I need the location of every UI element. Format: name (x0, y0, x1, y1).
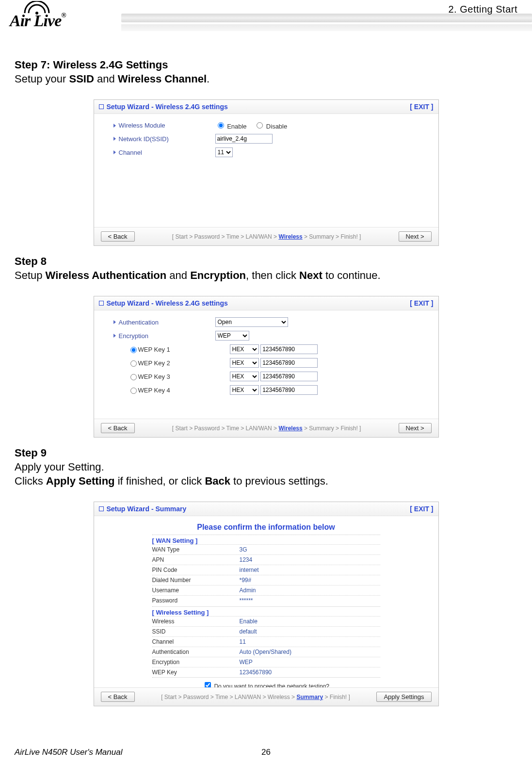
title-icon (99, 104, 104, 109)
summary-key: Username (152, 587, 240, 594)
wep-key-2-type[interactable]: HEX (230, 358, 259, 368)
back-button[interactable]: < Back (101, 692, 135, 702)
summary-val: Enable (240, 618, 258, 625)
enable-radio[interactable]: Enable (215, 123, 247, 130)
summary-key: Authentication (152, 649, 240, 655)
exit-button[interactable]: [ EXIT ] (410, 299, 433, 307)
wep-key-2-radio[interactable] (130, 360, 137, 367)
step-8-b1: Wireless Authentication (46, 269, 167, 281)
enable-radio-input[interactable] (218, 122, 224, 129)
bullet-icon (113, 320, 116, 324)
step-8-text: Setup (15, 269, 46, 281)
step-8-block: Step 8 Setup Wireless Authentication and… (15, 255, 517, 282)
disable-radio-input[interactable] (257, 122, 263, 129)
exit-button[interactable]: [ EXIT ] (410, 103, 433, 111)
step-9-line1: Apply your Setting. (15, 460, 517, 474)
wireless-section-head: [ Wireless Setting ] (152, 606, 380, 616)
bullet-icon (113, 124, 116, 128)
enable-label: Enable (227, 123, 246, 130)
summary-val: WEP (240, 659, 253, 666)
step-8-text: , then click (246, 269, 299, 281)
breadcrumb-active: Wireless (278, 233, 302, 240)
step-9-b2: Back (205, 475, 230, 487)
apply-settings-button[interactable]: Apply Settings (376, 692, 431, 702)
summary-val: 11 (240, 638, 246, 645)
step-8-screenshot: Setup Wizard - Wireless 2.4G settings [ … (15, 296, 517, 438)
step-9-b1: Apply Setting (46, 475, 115, 487)
wizard-title: Setup Wizard - Wireless 2.4G settings (107, 103, 228, 111)
disable-radio[interactable]: Disable (254, 123, 287, 130)
next-button[interactable]: Next > (399, 423, 432, 433)
summary-key: Wireless (152, 618, 240, 625)
wizard-footer: < Back [ Start > Password > Time > LAN/W… (94, 419, 438, 437)
wep-key-1-input[interactable] (260, 344, 318, 354)
manual-title: AirLive N450R User's Manual (15, 748, 122, 757)
exit-button[interactable]: [ EXIT ] (410, 505, 433, 513)
breadcrumb: [ Start > Password > Time > LAN/WAN > Wi… (135, 425, 399, 432)
ssid-input[interactable] (215, 134, 273, 144)
summary-val: Auto (Open/Shared) (240, 649, 291, 655)
summary-key: Password (152, 597, 240, 604)
title-icon (99, 301, 104, 306)
wep-key-4-type[interactable]: HEX (230, 385, 259, 395)
step-9-title: Step 9 (15, 447, 47, 459)
wizard-title-bar: Setup Wizard - Wireless 2.4G settings [ … (94, 296, 438, 310)
step-9-block: Step 9 Apply your Setting. Clicks Apply … (15, 446, 517, 488)
enc-select[interactable]: WEP (215, 331, 249, 341)
back-button[interactable]: < Back (101, 423, 135, 433)
summary-val: ****** (240, 597, 253, 604)
summary-key: PIN Code (152, 567, 240, 573)
auth-select[interactable]: Open (215, 317, 288, 327)
breadcrumb-active: Wireless (278, 425, 302, 432)
summary-key: APN (152, 556, 240, 563)
step-9-text: to previous settings. (230, 475, 328, 487)
summary-val: *99# (240, 577, 252, 584)
bullet-icon (113, 137, 116, 141)
summary-val: internet (240, 567, 259, 573)
summary-key: Channel (152, 638, 240, 645)
bullet-icon (113, 334, 116, 338)
wep-key-4-label: WEP Key 4 (138, 387, 170, 394)
wizard-panel: Setup Wizard - Summary [ EXIT ] Please c… (94, 502, 439, 706)
next-button[interactable]: Next > (399, 231, 432, 242)
step-7-text-prefix: Setup your (15, 73, 69, 85)
wep-key-3-radio[interactable] (130, 374, 137, 380)
step-8-text: to continue. (322, 269, 381, 281)
wep-key-3-label: WEP Key 3 (138, 373, 170, 380)
brand-text: Air Live (10, 12, 61, 30)
breadcrumb-post: > Finish! ] (323, 694, 350, 700)
wep-key-3-input[interactable] (260, 372, 318, 381)
step-9-text: if finished, or click (115, 475, 205, 487)
breadcrumb-post: > Summary > Finish! ] (303, 233, 361, 240)
header-ribbon-2 (121, 24, 532, 31)
wep-key-1-type[interactable]: HEX (230, 344, 259, 354)
wizard-title-bar: Setup Wizard - Wireless 2.4G settings [ … (94, 100, 438, 114)
wep-key-1-radio[interactable] (130, 347, 137, 353)
wep-key-4-input[interactable] (260, 385, 318, 395)
summary-key: SSID (152, 628, 240, 635)
wizard-title: Setup Wizard - Summary (107, 505, 187, 513)
wep-key-3-type[interactable]: HEX (230, 372, 259, 381)
wep-key-4-radio[interactable] (130, 388, 137, 394)
wan-section-head: [ WAN Setting ] (152, 535, 380, 544)
summary-key: Encryption (152, 659, 240, 666)
back-button[interactable]: < Back (101, 231, 135, 242)
confirm-heading: Please confirm the information below (152, 523, 380, 532)
summary-key: WAN Type (152, 546, 240, 553)
wizard-footer: < Back [ Start > Password > Time > LAN/W… (94, 227, 438, 245)
step-8-b3: Next (299, 269, 322, 281)
ssid-label: Network ID(SSID) (119, 135, 169, 143)
title-icon (99, 506, 104, 511)
summary-key: WEP Key (152, 669, 240, 676)
wizard-panel: Setup Wizard - Wireless 2.4G settings [ … (94, 296, 439, 438)
wep-key-2-input[interactable] (260, 358, 318, 368)
channel-select[interactable]: 11 (215, 147, 233, 157)
page-header-area: Air Live® 2. Getting Start (15, 0, 517, 44)
page-footer: AirLive N450R User's Manual 26 (15, 748, 517, 757)
page-number: 26 (261, 748, 271, 757)
wep-key-2-label: WEP Key 2 (138, 359, 170, 367)
wizard-body: Please confirm the information below [ W… (94, 516, 438, 694)
step-7-ssid: SSID (69, 73, 94, 85)
wizard-body: Authentication Open Encryption WEP WEP K… (94, 310, 438, 414)
wizard-footer: < Back [ Start > Password > Time > LAN/W… (94, 687, 438, 706)
